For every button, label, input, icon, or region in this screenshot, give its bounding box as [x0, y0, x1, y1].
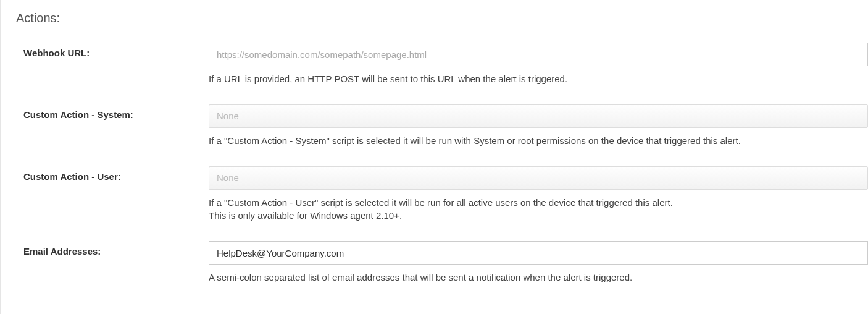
- email-addresses-label: Email Addresses:: [16, 241, 209, 257]
- custom-action-user-row: Custom Action - User: None If a "Custom …: [16, 166, 868, 223]
- webhook-row: Webhook URL: If a URL is provided, an HT…: [16, 43, 868, 86]
- custom-action-system-control-wrap: None If a "Custom Action - System" scrip…: [209, 104, 868, 148]
- webhook-help: If a URL is provided, an HTTP POST will …: [209, 72, 868, 86]
- custom-action-user-help: If a "Custom Action - User" script is se…: [209, 196, 868, 223]
- actions-section: Actions: Webhook URL: If a URL is provid…: [16, 11, 868, 284]
- custom-action-system-help: If a "Custom Action - System" script is …: [209, 134, 868, 148]
- custom-action-user-help-line2: This is only available for Windows agent…: [209, 210, 402, 221]
- webhook-url-input[interactable]: [209, 43, 868, 66]
- custom-action-system-select[interactable]: None: [209, 104, 868, 128]
- email-addresses-help: A semi-colon separated list of email add…: [209, 271, 868, 284]
- email-addresses-control-wrap: A semi-colon separated list of email add…: [209, 241, 868, 284]
- email-addresses-row: Email Addresses: A semi-colon separated …: [16, 241, 868, 284]
- custom-action-system-label: Custom Action - System:: [16, 104, 209, 120]
- webhook-control-wrap: If a URL is provided, an HTTP POST will …: [209, 43, 868, 86]
- section-title: Actions:: [16, 11, 868, 25]
- custom-action-user-help-line1: If a "Custom Action - User" script is se…: [209, 197, 673, 208]
- custom-action-user-label: Custom Action - User:: [16, 166, 209, 182]
- custom-action-user-control-wrap: None If a "Custom Action - User" script …: [209, 166, 868, 223]
- email-addresses-input[interactable]: [209, 241, 868, 265]
- webhook-label: Webhook URL:: [16, 43, 209, 58]
- custom-action-system-row: Custom Action - System: None If a "Custo…: [16, 104, 868, 148]
- custom-action-user-select[interactable]: None: [209, 166, 868, 190]
